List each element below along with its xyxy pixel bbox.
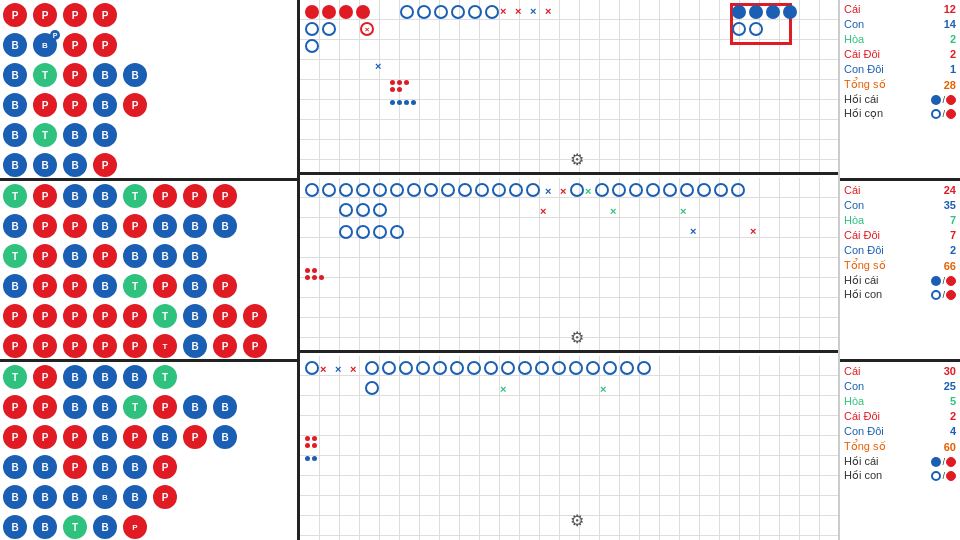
cell: [270, 90, 297, 120]
x-mark: ×: [750, 225, 756, 237]
chart-dot: [373, 183, 387, 197]
chart-dot: [586, 361, 600, 375]
drag-icon: ⚙: [570, 150, 584, 169]
chart-dot: [526, 183, 540, 197]
chart-dot: [595, 183, 609, 197]
chart-dot: [339, 225, 353, 239]
hoi-cai-indicator-bot: /: [931, 457, 956, 467]
chart-dot: [339, 203, 353, 217]
cell: P: [120, 211, 150, 241]
cell: [270, 362, 297, 392]
stat-value-tong-so: 28: [944, 79, 956, 91]
stat-value-cai-bot: 30: [944, 365, 956, 377]
stat-label-hoa: Hòa: [844, 33, 864, 45]
cell: [270, 422, 297, 452]
chart-dot: [518, 361, 532, 375]
chart-dot: [637, 361, 651, 375]
chart-dot: [535, 361, 549, 375]
x-mark: ×: [335, 363, 341, 375]
chart-dot: [365, 381, 379, 395]
cell: B: [150, 422, 180, 452]
stat-row-cai-doi: Cái Đôi 2: [844, 47, 956, 61]
chart-dot: [390, 225, 404, 239]
stat-row-con-doi: Con Đôi 1: [844, 62, 956, 76]
cell: B: [90, 271, 120, 301]
x-mark: ×: [610, 205, 616, 217]
stat-value-cai-mid: 24: [944, 184, 956, 196]
stats-section-top: Cái 12 Con 14 Hòa 2 Cái Đôi 2 Con Đôi 1 …: [840, 0, 960, 181]
chart-dot: [612, 183, 626, 197]
cell: P: [30, 271, 60, 301]
drag-icon: ⚙: [570, 328, 584, 347]
cell: P: [210, 331, 240, 361]
cell: B: [150, 241, 180, 271]
stat-value-cai: 12: [944, 3, 956, 15]
stat-label-hoi-con: Hồi cọn: [844, 107, 883, 120]
chart-dot: [450, 361, 464, 375]
cell: B: [0, 271, 30, 301]
cell: BP: [30, 30, 60, 60]
stat-label-hoi-con-mid: Hồi con: [844, 288, 882, 301]
cell: P: [210, 181, 240, 211]
stat-label-con: Con: [844, 18, 864, 30]
ci-red-mid: [946, 276, 956, 286]
stat-value-con-bot: 25: [944, 380, 956, 392]
cell: P: [90, 241, 120, 271]
cell: B: [0, 482, 30, 512]
chart-dot: [680, 183, 694, 197]
stat-row-con: Con 14: [844, 17, 956, 31]
chart-dot: [399, 361, 413, 375]
stat-row-tong-so-mid: Tổng số 66: [844, 258, 956, 273]
x-mark: ×: [375, 60, 381, 72]
chart-dot: [468, 5, 482, 19]
stat-label-tong-so-bot: Tổng số: [844, 440, 886, 453]
stat-value-con: 14: [944, 18, 956, 30]
cell: [240, 60, 270, 90]
chart-dot: [714, 183, 728, 197]
dot: [305, 436, 310, 441]
cell: [240, 150, 270, 180]
stat-label-con-doi: Con Đôi: [844, 63, 884, 75]
cell: [240, 392, 270, 422]
x-mark: ×: [515, 5, 521, 17]
cell: [240, 181, 270, 211]
cell: B: [60, 150, 90, 180]
cell: B: [30, 150, 60, 180]
cell: [120, 120, 150, 150]
dot: [312, 275, 317, 280]
chart-dot: [603, 361, 617, 375]
stat-value-con-doi: 1: [950, 63, 956, 75]
ci-blue: [931, 95, 941, 105]
chart-dot: [441, 183, 455, 197]
cell: B: [180, 271, 210, 301]
cell: T: [120, 271, 150, 301]
ci-red-bot: [946, 457, 956, 467]
cell: B: [30, 452, 60, 482]
cell: [270, 241, 297, 271]
chart-dot: [732, 5, 746, 19]
chart-dot: [356, 5, 370, 19]
chart-dot: [305, 5, 319, 19]
ci-red2: [946, 109, 956, 119]
stat-label-tong-so: Tổng số: [844, 78, 886, 91]
stat-row-hoa: Hòa 2: [844, 32, 956, 46]
stat-label-hoa-bot: Hòa: [844, 395, 864, 407]
cell: P: [0, 331, 30, 361]
cell: T: [150, 301, 180, 331]
cell: [270, 271, 297, 301]
chart-dot: [305, 39, 319, 53]
cell: B: [0, 30, 30, 60]
stat-value-cai-doi-mid: 7: [950, 229, 956, 241]
chart-dot: [484, 361, 498, 375]
chart-dot: [766, 5, 780, 19]
cell: B: [60, 181, 90, 211]
cell: P: [120, 512, 150, 540]
chart-dot: [416, 361, 430, 375]
stat-value-tong-so-bot: 60: [944, 441, 956, 453]
chart-dot: [407, 183, 421, 197]
cell: P: [210, 301, 240, 331]
cell: B: [120, 482, 150, 512]
cell: P: [240, 301, 270, 331]
chart-dot: [322, 183, 336, 197]
cell: P: [60, 0, 90, 30]
